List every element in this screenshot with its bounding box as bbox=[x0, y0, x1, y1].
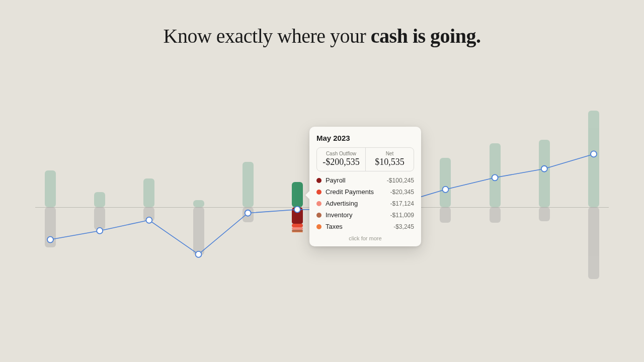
tooltip-row-label: Advertising bbox=[326, 200, 386, 207]
tooltip-kpi-row: Cash Outflow -$200,535 Net $10,535 bbox=[316, 147, 414, 171]
net-line-dot[interactable] bbox=[294, 207, 300, 213]
tooltip-row: Advertising-$17,124 bbox=[316, 200, 414, 207]
net-line-dot[interactable] bbox=[541, 166, 547, 172]
net-line-dot[interactable] bbox=[245, 210, 251, 216]
kpi-net-value: $10,535 bbox=[368, 157, 412, 167]
tooltip-row: Taxes-$3,245 bbox=[316, 223, 414, 230]
tooltip-row-amount: -$11,009 bbox=[390, 212, 414, 219]
kpi-outflow-value: -$200,535 bbox=[319, 157, 363, 167]
tooltip-row: Inventory-$11,009 bbox=[316, 211, 414, 219]
tooltip-row-amount: -$20,345 bbox=[390, 189, 414, 196]
legend-swatch bbox=[316, 190, 321, 195]
tooltip-row-label: Taxes bbox=[326, 223, 389, 230]
net-line-dot[interactable] bbox=[442, 187, 448, 193]
page-headline: Know exactly where your cash is going. bbox=[0, 24, 644, 48]
net-line-dot[interactable] bbox=[591, 151, 597, 157]
legend-swatch bbox=[316, 224, 321, 229]
tooltip-row-label: Credit Payments bbox=[326, 188, 386, 196]
chart-tooltip-card[interactable]: May 2023 Cash Outflow -$200,535 Net $10,… bbox=[309, 127, 421, 246]
kpi-outflow-label: Cash Outflow bbox=[319, 151, 363, 156]
tooltip-row-amount: -$100,245 bbox=[387, 177, 414, 184]
tooltip-row-label: Inventory bbox=[326, 211, 386, 219]
tooltip-row: Payroll-$100,245 bbox=[316, 176, 414, 184]
net-line-dot[interactable] bbox=[492, 174, 498, 180]
net-line-dot[interactable] bbox=[146, 217, 152, 223]
headline-text: Know exactly where your bbox=[164, 25, 371, 47]
tooltip-breakdown-rows: Payroll-$100,245Credit Payments-$20,345A… bbox=[316, 176, 414, 230]
tooltip-row: Credit Payments-$20,345 bbox=[316, 188, 414, 196]
kpi-outflow: Cash Outflow -$200,535 bbox=[317, 148, 365, 171]
legend-swatch bbox=[316, 213, 321, 218]
tooltip-month: May 2023 bbox=[316, 134, 414, 142]
kpi-net-label: Net bbox=[368, 151, 412, 156]
tooltip-row-label: Payroll bbox=[326, 176, 383, 184]
tooltip-row-amount: -$3,245 bbox=[393, 223, 414, 230]
net-line-dot[interactable] bbox=[97, 228, 103, 234]
net-line-dot[interactable] bbox=[196, 251, 202, 257]
kpi-net: Net $10,535 bbox=[365, 148, 414, 171]
headline-strong: cash is going. bbox=[371, 25, 481, 47]
net-line-dot[interactable] bbox=[47, 237, 53, 243]
legend-swatch bbox=[316, 201, 321, 206]
tooltip-row-amount: -$17,124 bbox=[390, 200, 414, 207]
tooltip-footer-link[interactable]: click for more bbox=[316, 235, 414, 241]
legend-swatch bbox=[316, 178, 321, 183]
